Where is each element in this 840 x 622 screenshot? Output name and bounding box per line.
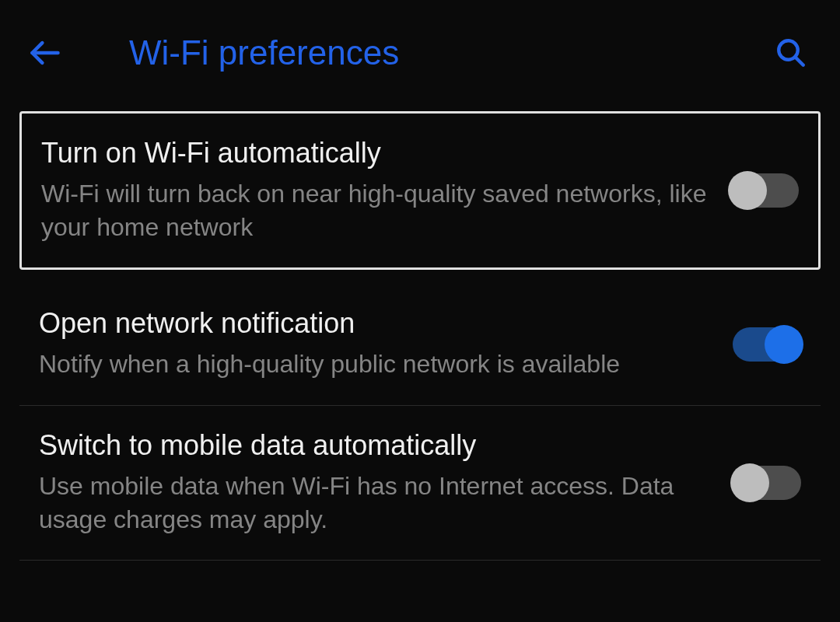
- toggle-knob: [765, 325, 803, 364]
- toggle-knob: [728, 171, 767, 210]
- toggle-knob: [730, 463, 769, 502]
- setting-description: Notify when a high-quality public networ…: [39, 348, 709, 381]
- search-button[interactable]: [772, 33, 810, 72]
- back-button[interactable]: [23, 31, 67, 75]
- setting-text: Open network notification Notify when a …: [39, 307, 733, 381]
- setting-description: Wi-Fi will turn back on near high-qualit…: [41, 177, 707, 244]
- toggle-switch-mobile-data[interactable]: [733, 466, 801, 500]
- page-title: Wi-Fi preferences: [129, 33, 772, 72]
- setting-title: Turn on Wi-Fi automatically: [41, 137, 707, 169]
- setting-title: Switch to mobile data automatically: [39, 429, 709, 462]
- setting-open-network-notification[interactable]: Open network notification Notify when a …: [19, 284, 821, 405]
- svg-line-2: [795, 57, 803, 65]
- arrow-left-icon: [28, 36, 62, 70]
- settings-list: Turn on Wi-Fi automatically Wi-Fi will t…: [0, 105, 840, 561]
- header: Wi-Fi preferences: [0, 0, 840, 105]
- search-icon: [775, 37, 807, 69]
- toggle-open-network-notification[interactable]: [733, 327, 801, 362]
- setting-description: Use mobile data when Wi-Fi has no Intern…: [39, 470, 709, 536]
- setting-text: Switch to mobile data automatically Use …: [39, 429, 733, 536]
- setting-title: Open network notification: [39, 307, 709, 340]
- setting-wifi-auto-on[interactable]: Turn on Wi-Fi automatically Wi-Fi will t…: [19, 111, 821, 270]
- setting-switch-mobile-data[interactable]: Switch to mobile data automatically Use …: [19, 406, 821, 561]
- setting-text: Turn on Wi-Fi automatically Wi-Fi will t…: [41, 137, 730, 244]
- toggle-wifi-auto-on[interactable]: [730, 173, 799, 208]
